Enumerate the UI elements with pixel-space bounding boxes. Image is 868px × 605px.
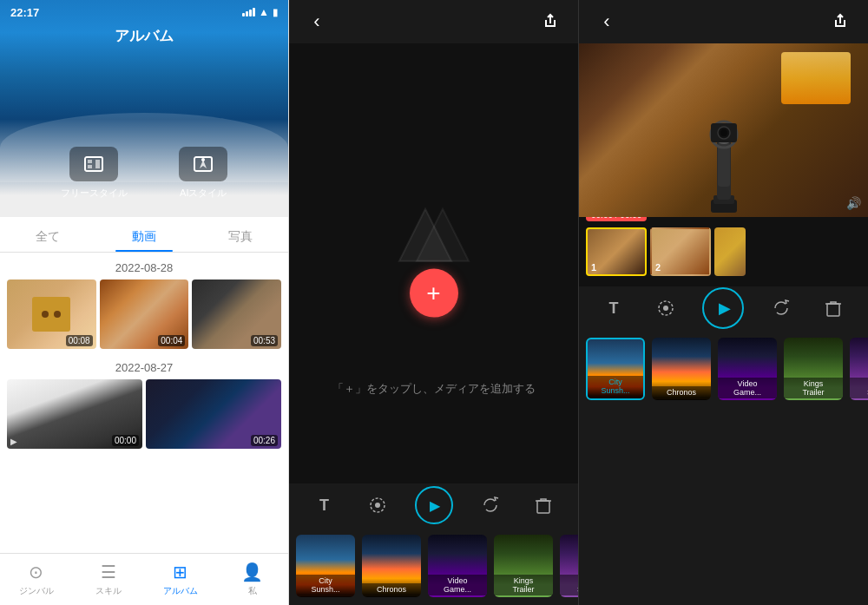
panel-editor-active: ‹ [579,0,868,605]
text-tool-button[interactable]: T [309,490,340,521]
tab-video[interactable]: 動画 [96,224,193,252]
template-videogame[interactable]: VideoGame... [428,535,487,597]
nav-item-profile[interactable]: 👤 私 [216,562,288,597]
freestyle-button[interactable]: フリースタイル [61,147,128,200]
tab-photo[interactable]: 写真 [192,224,288,252]
video-preview: 🔊 [579,43,868,217]
media-list: 2022-08-28 00:08 00:04 00:53 2022-08-27 … [0,253,288,553]
video-thumb-1[interactable]: 00:08 [7,279,96,349]
album-icon: ⊞ [173,562,187,582]
profile-icon: 👤 [241,562,263,582]
signal-icon [242,8,255,16]
gimbal-label: ジンバル [19,585,54,597]
video-thumb-4[interactable]: 00:00 ▶ [7,379,142,449]
thumb-3-duration: 00:53 [251,335,278,346]
filter-tabs: 全て 動画 写真 [0,217,288,253]
status-icons: ▲ ▮ [242,6,278,18]
svg-rect-3 [95,160,100,168]
template-strip: CitySunsh... Chronos VideoGame... KingsT… [289,527,578,605]
template-chronos-3[interactable]: Chronos [652,338,711,400]
danbo-eye-left [42,311,49,318]
play-icon-3: ▶ [719,299,731,318]
nav-item-album[interactable]: ⊞ アルバム [144,562,216,597]
editor3-toolbar: T ▶ [579,286,868,330]
template-chronos-label-3: Chronos [652,386,711,398]
rotate-button[interactable] [475,490,506,521]
ai-style-button[interactable]: AIスタイル [179,147,227,200]
freestyle-label: フリースタイル [61,187,128,200]
template-videogame-3[interactable]: VideoGame... [718,338,777,400]
album-title: アルバム [0,26,288,46]
template-chronos-label: Chronos [362,583,421,595]
thumb-row-2: 00:00 ▶ 00:26 [0,379,288,449]
danbo-face [32,297,70,332]
svg-point-18 [720,129,727,136]
ai-style-label: AIスタイル [180,187,227,200]
delete-button[interactable] [528,490,559,521]
template-hit-label-3: Hit nSmash [850,378,868,398]
play-button[interactable]: ▶ [415,486,453,524]
rotate-button-3[interactable] [766,293,797,324]
video-thumb-5[interactable]: 00:26 [146,379,281,449]
hero-section: 22:17 ▲ ▮ アルバム [0,0,288,217]
clip-3-partial[interactable] [714,227,746,276]
clip-2-number: 2 [655,262,661,273]
template-city[interactable]: CitySunsh... [296,535,355,597]
template-chronos[interactable]: Chronos [362,535,421,597]
window-light [781,52,851,104]
svg-point-6 [201,158,205,161]
clip-1[interactable]: 1 [586,227,647,276]
delete-button-3[interactable] [818,293,849,324]
profile-label: 私 [248,585,257,597]
template-hit-3[interactable]: Hit nSmash [850,338,868,400]
magic-wand-button-3[interactable] [650,293,681,324]
template-strip-3: CitySunsh... Chronos VideoGame... KingsT… [579,330,868,408]
add-media-button[interactable]: + [410,268,458,317]
share-button[interactable] [536,8,564,36]
video-thumb-2[interactable]: 00:04 [100,279,189,349]
bottom-navigation: ⊙ ジンバル ☰ スキル ⊞ アルバム 👤 私 [0,553,288,605]
play-button-3[interactable]: ▶ [702,287,744,329]
volume-icon: 🔊 [846,196,861,210]
template-hit-label: Hit nSmash [560,575,578,595]
thumb-5-duration: 00:26 [251,435,278,446]
editor-top-bar: ‹ [289,0,578,43]
template-city-3[interactable]: CitySunsh... [586,338,645,400]
template-kings-label-3: KingsTrailer [784,378,843,398]
time-badge: 00:00 / 00:00 [586,217,647,221]
back-button[interactable]: ‹ [303,8,331,36]
clip-1-number: 1 [591,262,596,273]
panel-editor-empty: ‹ 「＋」をタップし、メディアを追加する + T [289,0,579,605]
thumb-row-1: 00:08 00:04 00:53 [0,279,288,349]
svg-point-20 [663,306,668,311]
date-header-1: 2022-08-28 [0,253,288,279]
svg-rect-1 [88,160,92,163]
text-tool-button-3[interactable]: T [598,293,629,324]
magic-wand-button[interactable] [362,490,393,521]
back-button-3[interactable]: ‹ [593,8,621,36]
play-indicator-4: ▶ [10,437,17,446]
timeline-inner: 00:00 / 00:00 1 2 [586,227,861,276]
tab-all[interactable]: 全て [0,224,96,252]
text-tool-icon: T [319,496,329,515]
share-button-3[interactable] [826,8,854,36]
template-videogame-label-3: VideoGame... [718,378,777,398]
clip-2[interactable]: 2 [650,227,711,276]
add-icon: + [426,280,440,305]
template-kings[interactable]: KingsTrailer [494,535,553,597]
gimbal-device [689,104,759,217]
editor3-top-bar: ‹ [579,0,868,43]
svg-rect-2 [88,165,92,168]
gimbal-icon: ⊙ [29,562,43,582]
skill-icon: ☰ [101,562,116,582]
template-kings-3[interactable]: KingsTrailer [784,338,843,400]
text-tool-icon-3: T [609,299,619,318]
video-thumb-3[interactable]: 00:53 [192,279,281,349]
status-time: 22:17 [10,6,39,19]
album-label: アルバム [163,585,198,597]
template-videogame-label: VideoGame... [428,575,487,595]
nav-item-skill[interactable]: ☰ スキル [72,562,144,597]
nav-item-gimbal[interactable]: ⊙ ジンバル [0,562,72,597]
template-hit[interactable]: Hit nSmash [560,535,578,597]
thumb-4-duration: 00:00 [112,435,139,446]
